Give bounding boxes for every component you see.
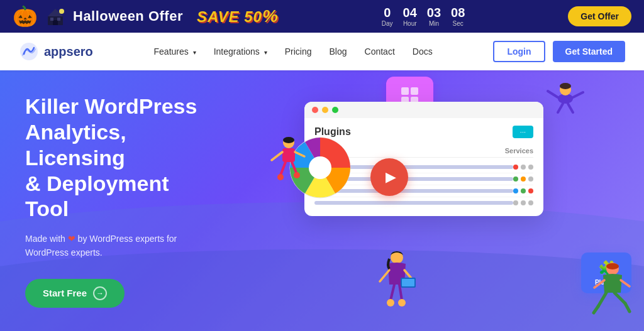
logo[interactable]: appsero [19,41,93,62]
min-value: 03 [427,6,441,19]
hero-title: Killer WordPress Analytics, Licensing & … [25,94,214,222]
halloween-offer-text: Halloween Offer [73,8,183,24]
col-services: Services [424,147,533,155]
svg-line-40 [594,280,604,288]
countdown-sec: 08 Sec [451,6,465,27]
haunted-house-icon [44,5,67,28]
svg-line-28 [404,270,411,278]
svg-point-24 [277,174,284,180]
svg-point-10 [560,83,571,89]
svg-line-31 [391,285,394,300]
svg-line-27 [380,270,389,281]
svg-point-33 [387,299,394,307]
plugins-add-button[interactable]: ··· [513,126,533,138]
svg-line-21 [295,152,304,156]
day-label: Day [382,20,393,27]
nav-docs[interactable]: Docs [413,46,433,57]
svg-line-39 [625,303,630,312]
nav-features[interactable]: Features ▾ [154,46,196,57]
svg-point-34 [398,299,406,307]
crouching-character [591,263,635,322]
pumpkin-icon: 🎃 [13,6,38,26]
svg-rect-5 [57,18,60,21]
nav-pricing[interactable]: Pricing [285,46,312,57]
svg-rect-30 [402,279,414,286]
login-button[interactable]: Login [493,41,545,62]
hour-value: 04 [403,6,417,19]
countdown-day: 0 Day [382,6,393,27]
svg-rect-4 [50,18,53,21]
chevron-down-icon: ▾ [264,49,267,56]
pushing-character [267,136,311,189]
dot-yellow [322,107,328,113]
svg-point-18 [283,137,294,143]
svg-rect-3 [53,20,58,25]
svg-point-6 [59,9,64,14]
countdown-min: 03 Min [427,6,441,27]
svg-point-16 [309,156,331,179]
hour-label: Hour [403,20,417,27]
get-offer-button[interactable]: Get Offer [568,6,631,26]
save-text: SAVE 50% [197,6,279,26]
svg-line-11 [548,91,558,97]
svg-line-12 [573,92,583,97]
navbar: appsero Features ▾ Integrations ▾ Pricin… [0,33,644,70]
svg-line-36 [598,293,606,307]
play-button[interactable]: ▶ [370,158,408,196]
heart-icon: ❤ [68,234,75,244]
svg-line-22 [280,162,286,175]
svg-rect-19 [282,148,295,162]
hero-section: Killer WordPress Analytics, Licensing & … [0,70,644,331]
start-free-label: Start Free [43,288,87,298]
save-percent: % [262,6,279,26]
svg-point-42 [606,263,619,269]
nav-blog[interactable]: Blog [330,46,347,57]
dot-red [312,107,318,113]
nav-integrations[interactable]: Integrations ▾ [214,46,267,57]
svg-line-37 [614,293,625,303]
min-label: Min [427,20,441,27]
hero-title-line2: Analytics, Licensing [25,120,126,170]
day-value: 0 [382,6,393,19]
nav-right: Login Get Started [493,41,625,62]
sec-label: Sec [451,20,465,27]
svg-point-25 [294,172,300,178]
plugin-card-titlebar [304,102,543,118]
countdown-timer: 0 Day 04 Hour 03 Min 08 Sec [382,6,465,27]
dot-green [332,107,338,113]
countdown-hour: 04 Hour [403,6,417,27]
svg-line-41 [621,280,630,286]
svg-line-20 [272,152,282,160]
svg-line-38 [594,307,598,313]
hero-illustration: Themes Plugins ··· Plugin Services [254,70,644,331]
nav-contact[interactable]: Contact [365,46,395,57]
flying-character [534,80,584,120]
halloween-left: 🎃 Halloween Offer SAVE 50% [13,5,279,28]
hero-subtitle: Made with ❤ by WordPress experts forWord… [25,232,214,260]
sec-value: 08 [451,6,465,19]
logo-text: appsero [44,45,93,59]
arrow-circle-icon: → [93,286,107,300]
hero-content: Killer WordPress Analytics, Licensing & … [0,94,214,308]
chevron-down-icon: ▾ [193,49,196,56]
get-started-button[interactable]: Get Started [553,41,625,62]
svg-line-13 [558,104,563,112]
nav-links: Features ▾ Integrations ▾ Pricing Blog C… [154,46,433,57]
start-free-button[interactable]: Start Free → [25,279,125,308]
hero-title-line3: & Deployment Tool [25,171,169,221]
svg-line-14 [568,104,573,112]
play-icon: ▶ [386,169,396,185]
hero-title-line1: Killer WordPress [25,94,197,118]
laptop-character [377,250,418,315]
halloween-banner: 🎃 Halloween Offer SAVE 50% 0 Day 04 Hour… [0,0,644,33]
logo-icon [19,41,39,62]
